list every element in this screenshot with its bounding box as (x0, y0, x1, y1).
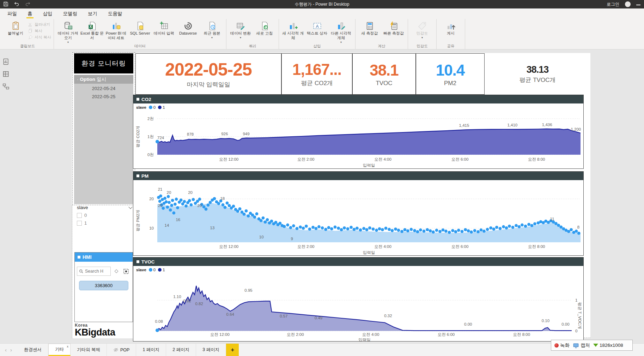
ribbon-button-0-0[interactable]: 붙여넣기 (4, 20, 27, 36)
svg-text:오전 4:00: 오전 4:00 (374, 244, 391, 249)
ribbon-button-6-0[interactable]: 게시 (439, 20, 462, 36)
ribbon-small-label: 복사 (35, 28, 42, 34)
ribbon-button-label: Dataverse (179, 31, 197, 36)
hmi-search-input[interactable] (85, 269, 108, 274)
page-tab-label: 기타의 복제 (77, 347, 100, 353)
capture-monitor-icon[interactable] (573, 343, 579, 348)
page-tab-label: 2 페이지 (172, 347, 189, 353)
date-slicer-header: · Option 일시 (74, 75, 133, 84)
login-button[interactable]: 로그인 (607, 1, 619, 7)
page-tab-label: 1 페이지 (142, 347, 159, 353)
page-tab-3[interactable]: POP (107, 344, 136, 356)
slave-option-0[interactable]: 0 (77, 213, 133, 218)
slave-option-1[interactable]: 1 (77, 220, 133, 226)
page-tab-5[interactable]: 2 페이지 (166, 344, 196, 356)
svg-text:오전 8:00: 오전 8:00 (528, 244, 545, 249)
menu-item-1[interactable]: 홈 (22, 8, 38, 19)
ribbon-button-label: Power BI 데이터 세트 (104, 31, 128, 40)
data-view-icon[interactable] (2, 71, 10, 78)
ribbon-button-5-0: 민감도▾ (411, 20, 434, 39)
ribbon-button-1-1[interactable]: XExcel 통합 문서 (80, 20, 104, 40)
svg-text:입력일: 입력일 (363, 250, 375, 255)
transform-icon (236, 21, 245, 31)
ribbon-button-2-1[interactable]: 새로 고침 (253, 20, 276, 36)
checkbox-label: 1 (84, 220, 87, 226)
page-tab-label: 환경센서 (24, 347, 42, 353)
kpi-card-4: 38.13평균 TVOC개 (485, 53, 590, 95)
page-tab-label: 기타 (55, 346, 64, 352)
ribbon-button-3-1[interactable]: A텍스트 상자 (305, 20, 329, 36)
hmi-value-button[interactable]: 3363600 (79, 281, 128, 290)
ribbon-button-4-0[interactable]: 새 측정값 (358, 20, 381, 36)
ribbon-group-label: 삽입 (279, 44, 355, 49)
page-tab-2[interactable]: 기타의 복제 (71, 344, 107, 356)
svg-text:16: 16 (176, 218, 180, 222)
model-view-icon[interactable] (2, 83, 10, 90)
svg-text:1: 1 (575, 298, 577, 302)
record-label: 녹화 (560, 342, 570, 349)
kpi-value: 1,167... (292, 61, 341, 78)
report-view-icon[interactable] (2, 58, 10, 65)
record-icon[interactable] (554, 343, 559, 348)
svg-text:0.32: 0.32 (384, 314, 392, 318)
page-tab-6[interactable]: 3 페이지 (196, 344, 226, 356)
ribbon-button-label: 데이터 변환 (230, 31, 251, 36)
hmi-panel: HMI 3363600 (74, 252, 133, 322)
page-tab-1[interactable]: 기타x (48, 344, 71, 356)
eraser-icon[interactable] (113, 267, 120, 275)
capture-label: 캡처 (581, 342, 590, 349)
measure-icon (365, 21, 375, 31)
svg-text:20: 20 (188, 190, 193, 195)
ribbon-button-1-6[interactable]: 최근 원본▾ (200, 20, 224, 39)
ribbon-button-3-0[interactable]: 새 시각적 개체 (281, 20, 305, 40)
ribbon-button-4-1[interactable]: 빠른 측정값 (382, 20, 405, 36)
ribbon-button-1-4[interactable]: 데이터 입력 (152, 20, 176, 36)
menu-item-5[interactable]: 도움말 (103, 8, 128, 19)
svg-text:20: 20 (167, 190, 171, 195)
menu-item-2[interactable]: 삽입 (38, 8, 58, 19)
date-option-1[interactable]: 2022-05-25 (74, 92, 133, 100)
ribbon-button-2-0[interactable]: 데이터 변환▾ (229, 20, 252, 39)
square-bullet-icon (78, 256, 80, 259)
ribbon-button-label: 데이터 입력 (154, 31, 174, 36)
ribbon-button-1-3[interactable]: SQL Server (128, 20, 152, 36)
chart-co2: CO2slave010천1천2천평균 CO2개오전 12:00오전 2:00오전… (133, 95, 584, 169)
ribbon-group-label: 공유 (437, 44, 465, 49)
textbox-icon: A (312, 21, 322, 31)
ribbon-button-1-2[interactable]: Power BI 데이터 세트 (104, 20, 128, 40)
tab-next-arrow[interactable]: › (10, 347, 12, 353)
kpi-card-2: 38.1TVOC (352, 53, 416, 95)
menu-item-3[interactable]: 모델링 (58, 8, 83, 19)
date-option-0[interactable]: 2022-05-24 (74, 84, 133, 92)
ribbon-button-1-0[interactable]: 데이터 가져오기▾ (56, 20, 80, 44)
marquee-select-icon[interactable] (122, 267, 130, 275)
chart-tvoc: TVOCslave0101평균 T_VOC개오전 12:00오전 2:00오전 … (133, 257, 584, 342)
dataverse-icon (183, 21, 193, 31)
ribbon-button-1-5[interactable]: Dataverse (176, 20, 200, 36)
page-tab-4[interactable]: 1 페이지 (136, 344, 166, 356)
clipboard-icon (11, 21, 20, 31)
kpi-card-3: 10.4PM2 (416, 53, 485, 95)
slave-slicer-label: slave (77, 205, 88, 210)
ribbon-button-label: SQL Server (130, 31, 150, 36)
account-avatar[interactable] (625, 1, 631, 7)
checkbox-icon[interactable] (77, 213, 82, 218)
menu-file[interactable]: 파일 (2, 8, 22, 19)
minimize-button[interactable] (636, 5, 640, 5)
svg-text:입력일: 입력일 (363, 163, 375, 167)
svg-text:21: 21 (158, 187, 163, 191)
chevron-down-icon[interactable] (128, 205, 132, 209)
svg-text:오전 2:00: 오전 2:00 (297, 244, 315, 249)
page-tab-0[interactable]: 환경센서 (18, 344, 48, 356)
svg-text:20: 20 (198, 203, 202, 208)
kpi-value: 10.4 (436, 61, 465, 79)
sensitivity-icon (418, 21, 427, 31)
tab-prev-arrow[interactable]: ‹ (5, 347, 7, 353)
add-page-button[interactable]: + (226, 344, 239, 356)
kpi-label: 마지막 입력일일 (187, 81, 230, 89)
ribbon-button-3-2[interactable]: 다른 시각적 개체▾ (329, 20, 353, 44)
checkbox-icon[interactable] (77, 221, 82, 226)
svg-text:오전 12:00: 오전 12:00 (219, 157, 238, 161)
menu-item-4[interactable]: 보기 (83, 8, 103, 19)
close-tab-icon[interactable]: x (67, 345, 69, 348)
